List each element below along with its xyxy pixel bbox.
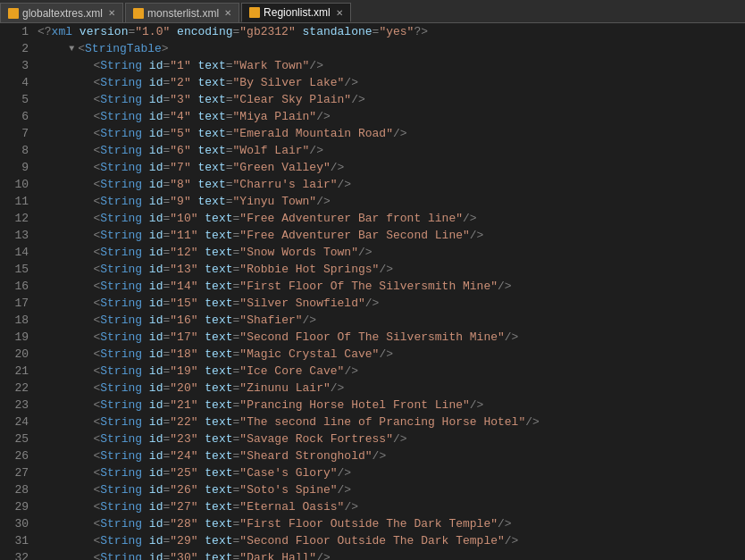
line-syntax-3: <String id="1" text="Wark Town"/> (93, 57, 323, 74)
tab-label-monsterlist: monsterlist.xml (147, 7, 219, 20)
line-syntax-8: <String id="6" text="Wolf Lair"/> (93, 142, 323, 159)
indent-22 (38, 380, 93, 397)
line-number-28: 28 (0, 481, 29, 498)
line-number-29: 29 (0, 498, 29, 515)
line-syntax-28: <String id="26" text="Soto's Spine"/> (93, 481, 351, 498)
indent-7 (38, 125, 93, 142)
indent-3 (38, 57, 93, 74)
line-number-15: 15 (0, 261, 29, 278)
indent-9 (38, 159, 93, 176)
line-numbers: 1234567891011121314151617181920212223242… (0, 23, 34, 560)
indent-31 (38, 532, 93, 549)
line-number-19: 19 (0, 329, 29, 346)
tab-monsterlist[interactable]: monsterlist.xml✕ (125, 3, 239, 22)
indent-17 (38, 295, 93, 312)
line-number-16: 16 (0, 278, 29, 295)
line-syntax-14: <String id="12" text="Snow Words Town"/> (93, 244, 372, 261)
line-syntax-18: <String id="16" text="Shafier"/> (93, 312, 316, 329)
line-number-4: 4 (0, 74, 29, 91)
line-syntax-6: <String id="4" text="Miya Plain"/> (93, 108, 330, 125)
line-syntax-4: <String id="2" text="By Silver Lake"/> (93, 74, 358, 91)
line-syntax-10: <String id="8" text="Charru's lair"/> (93, 176, 351, 193)
line-number-26: 26 (0, 447, 29, 464)
code-line-18: <String id="16" text="Shafier"/> (38, 312, 745, 329)
indent-26 (38, 447, 93, 464)
indent-12 (38, 210, 93, 227)
line-syntax-20: <String id="18" text="Magic Crystal Cave… (93, 346, 393, 363)
line-number-23: 23 (0, 397, 29, 414)
indent-28 (38, 481, 93, 498)
code-line-32: <String id="30" text="Dark Hall"/> (38, 549, 745, 560)
code-line-6: <String id="4" text="Miya Plain"/> (38, 108, 745, 125)
line-number-30: 30 (0, 515, 29, 532)
tab-close-regionlist[interactable]: ✕ (336, 8, 343, 18)
code-line-22: <String id="20" text="Zinunu Lair"/> (38, 380, 745, 397)
line-number-11: 11 (0, 193, 29, 210)
line-syntax-30: <String id="28" text="First Floor Outsid… (93, 515, 511, 532)
indent-6 (38, 108, 93, 125)
line-number-24: 24 (0, 414, 29, 430)
code-line-16: <String id="14" text="First Floor Of The… (38, 278, 745, 295)
line-syntax-29: <String id="27" text="Eternal Oasis"/> (93, 498, 358, 515)
tab-label-regionlist: Regionlist.xml (264, 6, 331, 19)
line-number-13: 13 (0, 227, 29, 244)
tab-regionlist[interactable]: Regionlist.xml✕ (241, 3, 351, 22)
tab-close-monsterlist[interactable]: ✕ (224, 8, 231, 18)
tab-label-globaltextres: globaltextres.xml (22, 7, 103, 20)
indent-5 (38, 91, 93, 108)
line-number-3: 3 (0, 57, 29, 74)
line-number-5: 5 (0, 91, 29, 108)
line-number-6: 6 (0, 108, 29, 125)
code-line-10: <String id="8" text="Charru's lair"/> (38, 176, 745, 193)
line-syntax-12: <String id="10" text="Free Adventurer Ba… (93, 210, 476, 227)
line-number-10: 10 (0, 176, 29, 193)
indent-30 (38, 515, 93, 532)
indent-13 (38, 227, 93, 244)
line-syntax-11: <String id="9" text="Yinyu Town"/> (93, 193, 330, 210)
line-syntax-27: <String id="25" text="Case's Glory"/> (93, 464, 351, 481)
line-syntax-2: <StringTable> (78, 40, 168, 57)
line-syntax-31: <String id="29" text="Second Floor Outsi… (93, 532, 518, 549)
line-number-1: 1 (0, 23, 29, 40)
code-line-30: <String id="28" text="First Floor Outsid… (38, 515, 745, 532)
tab-bar: globaltextres.xml✕monsterlist.xml✕Region… (0, 0, 745, 23)
indent-8 (38, 142, 93, 159)
code-line-26: <String id="24" text="Sheard Stronghold"… (38, 447, 745, 464)
line-syntax-15: <String id="13" text="Robbie Hot Springs… (93, 261, 393, 278)
tab-globaltextres[interactable]: globaltextres.xml✕ (0, 3, 123, 22)
tab-close-globaltextres[interactable]: ✕ (108, 8, 115, 18)
code-content[interactable]: <?xml version="1.0" encoding="gb2312" st… (34, 23, 745, 560)
code-line-2: ▼<StringTable> (38, 40, 745, 57)
indent-29 (38, 498, 93, 515)
line-syntax-25: <String id="23" text="Savage Rock Fortre… (93, 430, 406, 447)
line-syntax-1: <?xml version="1.0" encoding="gb2312" st… (38, 23, 428, 40)
code-line-24: <String id="22" text="The second line of… (38, 414, 745, 430)
indent-21 (38, 363, 93, 380)
line-syntax-32: <String id="30" text="Dark Hall"/> (93, 549, 330, 560)
line-number-14: 14 (0, 244, 29, 261)
collapse-icon-2[interactable]: ▼ (65, 43, 78, 55)
line-number-20: 20 (0, 346, 29, 363)
indent-18 (38, 312, 93, 329)
line-number-25: 25 (0, 430, 29, 447)
code-line-5: <String id="3" text="Clear Sky Plain"/> (38, 91, 745, 108)
indent-24 (38, 414, 93, 430)
code-line-11: <String id="9" text="Yinyu Town"/> (38, 193, 745, 210)
code-line-3: <String id="1" text="Wark Town"/> (38, 57, 745, 74)
line-syntax-7: <String id="5" text="Emerald Mountain Ro… (93, 125, 406, 142)
indent-20 (38, 346, 93, 363)
line-syntax-17: <String id="15" text="Silver Snowfield"/… (93, 295, 379, 312)
code-line-14: <String id="12" text="Snow Words Town"/> (38, 244, 745, 261)
line-syntax-16: <String id="14" text="First Floor Of The… (93, 278, 511, 295)
line-syntax-5: <String id="3" text="Clear Sky Plain"/> (93, 91, 364, 108)
code-line-15: <String id="13" text="Robbie Hot Springs… (38, 261, 745, 278)
indent-4 (38, 74, 93, 91)
code-line-31: <String id="29" text="Second Floor Outsi… (38, 532, 745, 549)
code-line-20: <String id="18" text="Magic Crystal Cave… (38, 346, 745, 363)
code-line-19: <String id="17" text="Second Floor Of Th… (38, 329, 745, 346)
indent-25 (38, 430, 93, 447)
line-syntax-26: <String id="24" text="Sheard Stronghold"… (93, 447, 386, 464)
line-number-21: 21 (0, 363, 29, 380)
tab-icon-monsterlist (133, 8, 144, 19)
tab-icon-regionlist (249, 7, 260, 18)
